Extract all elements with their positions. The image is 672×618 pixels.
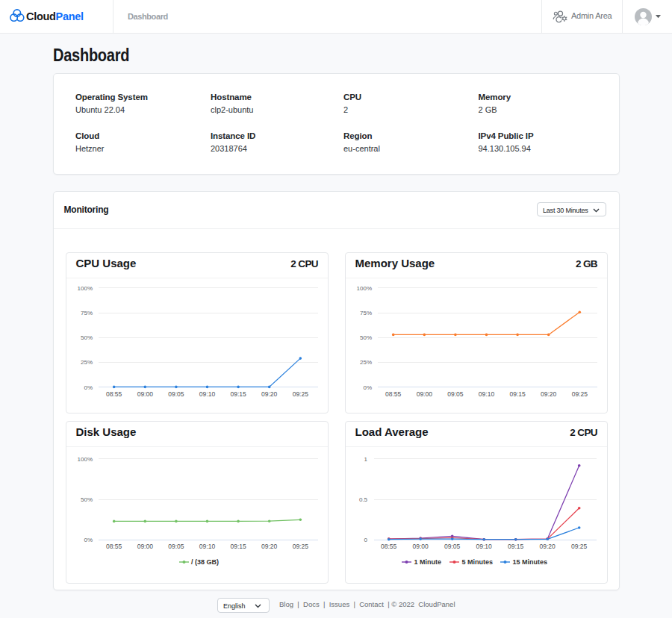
svg-text:09:00: 09:00 <box>417 390 433 398</box>
svg-text:50%: 50% <box>81 334 93 341</box>
svg-text:100%: 100% <box>357 285 372 292</box>
svg-text:/ (38 GB): / (38 GB) <box>191 558 219 566</box>
svg-text:5 Minutes: 5 Minutes <box>462 558 494 566</box>
svg-text:25%: 25% <box>360 359 372 366</box>
svg-text:0: 0 <box>364 537 368 543</box>
svg-text:1: 1 <box>364 456 368 463</box>
svg-text:09:20: 09:20 <box>540 543 556 550</box>
svg-text:09:25: 09:25 <box>572 390 588 398</box>
svg-text:09:10: 09:10 <box>199 390 216 398</box>
svg-text:75%: 75% <box>81 310 93 316</box>
svg-text:09:00: 09:00 <box>413 543 429 550</box>
svg-text:50%: 50% <box>81 496 93 503</box>
svg-text:09:10: 09:10 <box>479 390 495 398</box>
svg-text:09:10: 09:10 <box>199 543 216 550</box>
svg-text:09:15: 09:15 <box>509 390 526 398</box>
svg-text:25%: 25% <box>81 359 93 366</box>
svg-text:09:25: 09:25 <box>571 543 588 550</box>
svg-text:50%: 50% <box>360 334 372 341</box>
svg-text:09:10: 09:10 <box>476 543 493 550</box>
svg-text:08:55: 08:55 <box>106 543 122 550</box>
svg-text:09:15: 09:15 <box>230 543 246 550</box>
svg-text:1 Minute: 1 Minute <box>414 558 442 566</box>
svg-text:09:05: 09:05 <box>444 543 461 550</box>
svg-text:08:55: 08:55 <box>106 390 122 398</box>
svg-text:09:05: 09:05 <box>168 390 184 398</box>
svg-text:0%: 0% <box>84 537 93 543</box>
svg-text:09:15: 09:15 <box>508 543 524 550</box>
svg-text:09:20: 09:20 <box>261 543 278 550</box>
svg-text:0.5: 0.5 <box>359 496 368 503</box>
svg-text:09:20: 09:20 <box>541 390 557 398</box>
svg-text:08:55: 08:55 <box>381 543 397 550</box>
svg-text:100%: 100% <box>78 285 93 292</box>
svg-text:09:00: 09:00 <box>137 543 154 550</box>
svg-text:15 Minutes: 15 Minutes <box>513 558 548 566</box>
svg-text:75%: 75% <box>360 310 372 316</box>
svg-text:09:05: 09:05 <box>168 543 184 550</box>
svg-text:09:25: 09:25 <box>293 390 309 398</box>
svg-text:09:15: 09:15 <box>230 390 246 398</box>
svg-text:08:55: 08:55 <box>385 390 402 398</box>
svg-text:09:25: 09:25 <box>293 543 309 550</box>
svg-text:100%: 100% <box>78 456 93 463</box>
svg-text:09:05: 09:05 <box>447 390 464 398</box>
svg-text:09:20: 09:20 <box>261 390 278 398</box>
svg-text:09:00: 09:00 <box>137 390 154 398</box>
svg-text:0%: 0% <box>84 384 93 391</box>
svg-text:0%: 0% <box>363 384 372 391</box>
